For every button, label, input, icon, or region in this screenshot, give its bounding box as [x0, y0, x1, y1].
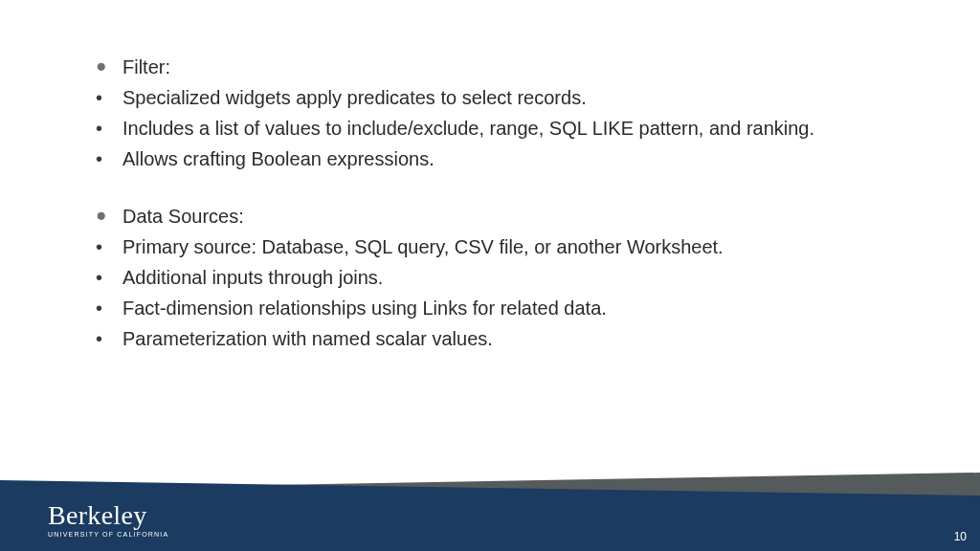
- list-item: • Specialized widgets apply predicates t…: [96, 82, 865, 113]
- bullet-dot: •: [96, 82, 122, 113]
- list-item: • Includes a list of values to include/e…: [96, 113, 865, 143]
- list-header-row: ● Filter:: [96, 52, 865, 82]
- bullet-dot: •: [96, 323, 122, 354]
- list-item-text: Fact-dimension relationships using Links…: [122, 293, 865, 323]
- list-item-text: Parameterization with named scalar value…: [122, 323, 865, 354]
- bullet-dot: •: [96, 293, 122, 323]
- list-item-text: Primary source: Database, SQL query, CSV…: [122, 231, 865, 262]
- logo-sub-text: UNIVERSITY OF CALIFORNIA: [48, 531, 168, 538]
- slide-content: ● Filter: • Specialized widgets apply pr…: [0, 0, 980, 354]
- list-item: • Fact-dimension relationships using Lin…: [96, 293, 865, 323]
- group-header: Data Sources:: [122, 201, 865, 231]
- list-item-text: Allows crafting Boolean expressions.: [122, 143, 865, 174]
- list-item: • Additional inputs through joins.: [96, 262, 865, 293]
- bullet-dot: •: [96, 143, 122, 174]
- filter-group: ● Filter: • Specialized widgets apply pr…: [96, 52, 865, 174]
- bullet-disc: ●: [96, 52, 122, 80]
- bullet-dot: •: [96, 113, 122, 143]
- data-sources-group: ● Data Sources: • Primary source: Databa…: [96, 201, 865, 354]
- list-item: • Parameterization with named scalar val…: [96, 323, 865, 354]
- slide-footer: Berkeley UNIVERSITY OF CALIFORNIA 10: [0, 473, 980, 551]
- list-item-text: Includes a list of values to include/exc…: [122, 113, 865, 143]
- group-header: Filter:: [122, 52, 865, 82]
- bullet-dot: •: [96, 262, 122, 293]
- page-number: 10: [954, 530, 967, 543]
- list-item: • Allows crafting Boolean expressions.: [96, 143, 865, 174]
- berkeley-logo: Berkeley UNIVERSITY OF CALIFORNIA: [48, 502, 168, 538]
- bullet-dot: •: [96, 231, 122, 262]
- list-item-text: Additional inputs through joins.: [122, 262, 865, 293]
- bullet-disc: ●: [96, 201, 122, 230]
- list-item-text: Specialized widgets apply predicates to …: [122, 82, 865, 113]
- list-header-row: ● Data Sources:: [96, 201, 865, 231]
- logo-main-text: Berkeley: [48, 502, 168, 529]
- list-item: • Primary source: Database, SQL query, C…: [96, 231, 865, 262]
